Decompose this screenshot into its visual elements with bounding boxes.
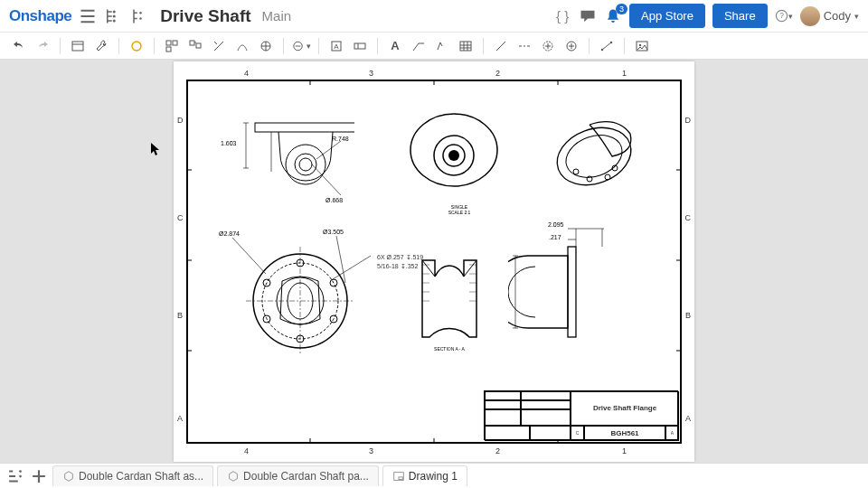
svg-rect-66 [399,477,402,480]
user-name: Cody [824,9,851,23]
svg-point-63 [19,470,22,473]
svg-rect-12 [190,41,194,45]
svg-point-1 [113,14,116,17]
zone-col: 3 [369,69,373,78]
callout-icon[interactable] [409,36,429,56]
line-icon[interactable] [491,36,511,56]
zone-col: 2 [495,69,500,78]
svg-point-22 [601,48,603,50]
svg-point-0 [113,10,116,13]
filter-icon[interactable] [5,466,25,486]
svg-point-23 [610,41,612,42]
braces-icon[interactable]: { } [553,7,571,25]
zone-row: C [685,213,692,222]
svg-rect-19 [460,42,471,51]
wrench-icon[interactable] [91,36,111,56]
zone-col: 4 [244,446,249,455]
tb-dwgno: BGH561 [610,429,638,437]
zone-col: 1 [622,446,627,455]
zone-row: D [685,116,692,125]
config-icon[interactable] [129,7,147,25]
svg-rect-11 [166,47,171,52]
undo-icon[interactable] [9,36,29,56]
drawing-canvas[interactable]: 4 3 2 1 4 3 2 1 D C B A D C B A [0,60,868,463]
user-menu[interactable]: Cody ▾ [800,6,859,26]
svg-point-4 [140,17,143,20]
section-view-icon[interactable] [232,36,252,56]
appstore-button[interactable]: App Store [629,4,705,28]
table-icon[interactable] [456,36,476,56]
logo[interactable]: Onshape [9,7,71,25]
notifications-icon[interactable]: 3 [604,7,622,25]
tab-part[interactable]: Double Cardan Shaft pa... [217,465,379,486]
zone-col: 1 [622,69,627,78]
svg-rect-10 [173,41,177,45]
assembly-icon [62,470,75,483]
avatar [800,6,820,26]
svg-point-25 [639,43,641,45]
projected-view-icon[interactable] [185,36,205,56]
zone-row: A [685,414,691,423]
note-icon[interactable]: A [385,36,405,56]
drawing-icon [392,470,405,483]
add-tab-icon[interactable] [29,466,49,486]
tb-size: C [576,430,580,436]
zone-row: B [177,311,183,320]
share-button[interactable]: Share [712,4,768,28]
title-block: Drive Shaft Flange C BGH561 A [484,390,678,440]
view-cube-icon[interactable] [127,36,146,56]
notification-badge: 3 [616,4,627,14]
dimension-icon[interactable]: ▾ [291,36,311,56]
zone-col: 2 [495,446,500,455]
document-subtitle: Main [262,8,292,23]
sheet-icon[interactable] [68,36,88,56]
tb-rev: A [671,430,674,436]
tab-drawing[interactable]: Drawing 1 [382,465,467,486]
center-mark-icon[interactable] [538,36,558,56]
centerline-icon[interactable] [514,36,534,56]
svg-point-64 [19,474,22,477]
svg-point-2 [113,19,116,22]
zone-row: D [177,116,184,125]
zone-row: C [177,213,184,222]
gtol-icon[interactable] [350,36,370,56]
svg-rect-18 [354,43,365,49]
svg-point-8 [132,42,141,51]
svg-text:?: ? [779,11,784,20]
help-icon[interactable]: ?▾ [775,7,793,25]
svg-text:A: A [334,42,339,51]
svg-rect-7 [72,42,83,51]
datum-icon[interactable]: A [326,36,346,56]
zone-col: 3 [369,446,373,455]
surface-finish-icon[interactable] [432,36,452,56]
zone-col: 4 [244,69,249,78]
zone-row: B [685,311,691,320]
sketch-line-icon[interactable] [597,36,617,56]
tb-title: Drive Shaft Flange [593,404,656,412]
tree-icon[interactable] [104,7,122,25]
menu-icon[interactable] [79,7,97,25]
insert-view-icon[interactable] [162,36,182,56]
svg-rect-9 [166,41,171,45]
auxiliary-view-icon[interactable] [209,36,229,56]
detail-view-icon[interactable] [256,36,276,56]
document-title: Drive Shaft [160,6,250,26]
zone-row: A [177,414,183,423]
comments-icon[interactable] [579,7,597,25]
tab-assembly[interactable]: Double Cardan Shaft as... [52,465,213,486]
svg-rect-13 [196,43,201,48]
redo-icon[interactable] [33,36,52,56]
drawing-sheet: 4 3 2 1 4 3 2 1 D C B A D C B A [174,61,694,462]
svg-point-3 [140,12,143,14]
part-icon [227,470,240,483]
image-icon[interactable] [632,36,652,56]
add-circle-icon[interactable] [561,36,581,56]
